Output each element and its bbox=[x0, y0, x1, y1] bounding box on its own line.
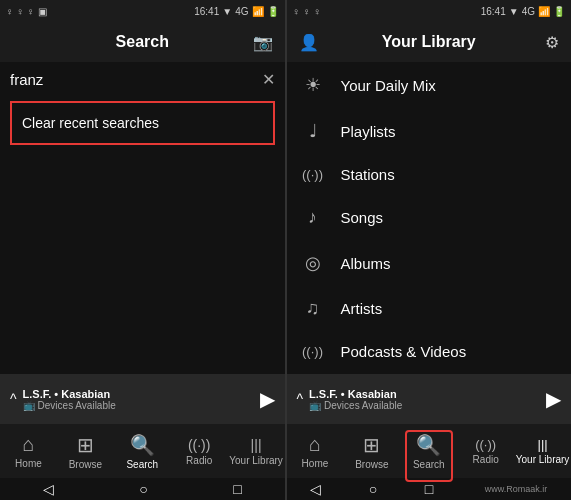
library-item-artists[interactable]: ♫ Artists bbox=[287, 286, 572, 331]
daily-mix-label: Your Daily Mix bbox=[341, 77, 436, 94]
left-status-left: ♀ ♀ ♀ ▣ bbox=[6, 6, 47, 17]
profile-icon[interactable]: 👤 bbox=[299, 33, 319, 52]
library-item-daily-mix[interactable]: ☀ Your Daily Mix bbox=[287, 62, 572, 108]
home-label: Home bbox=[15, 458, 42, 469]
nav-radio-left[interactable]: ((·)) Radio bbox=[171, 437, 228, 466]
radio-label: Radio bbox=[186, 455, 212, 466]
left-bottom-nav: ⌂ Home ⊞ Browse 🔍 Search ((·)) Radio |||… bbox=[0, 424, 285, 478]
right-player-left: ^ L.S.F. • Kasabian 📺 Devices Available bbox=[297, 388, 403, 411]
r-library-label: Your Library bbox=[516, 454, 570, 465]
library-header: 👤 Your Library ⚙ bbox=[287, 22, 572, 62]
settings-icon[interactable]: ⚙ bbox=[545, 33, 559, 52]
r-home-gesture-icon[interactable]: ○ bbox=[369, 481, 377, 497]
player-subtitle: 📺 Devices Available bbox=[23, 400, 116, 411]
search-empty-area bbox=[0, 149, 285, 374]
library-item-playlists[interactable]: ♩ Playlists bbox=[287, 108, 572, 154]
signal-icon-2: ♀ bbox=[17, 6, 25, 17]
r-play-button[interactable]: ▶ bbox=[546, 387, 561, 411]
home-gesture-icon[interactable]: ○ bbox=[139, 481, 147, 497]
browse-label: Browse bbox=[69, 459, 102, 470]
songs-label: Songs bbox=[341, 209, 384, 226]
r-signal-2: ♀ bbox=[303, 6, 311, 17]
r-home-label: Home bbox=[302, 458, 329, 469]
nav-library-right[interactable]: ||| Your Library bbox=[514, 437, 571, 465]
play-button[interactable]: ▶ bbox=[260, 387, 275, 411]
player-track-title: L.S.F. • Kasabian bbox=[23, 388, 116, 400]
stations-label: Stations bbox=[341, 166, 395, 183]
songs-icon: ♪ bbox=[301, 207, 325, 228]
r-search-nav-icon: 🔍 bbox=[416, 433, 441, 457]
right-screen: ♀ ♀ ♀ 16:41 ▼ 4G 📶 🔋 👤 Your Library ⚙ ☀ … bbox=[287, 0, 572, 500]
left-gesture-bar: ◁ ○ □ bbox=[0, 478, 285, 500]
r-browse-icon: ⊞ bbox=[363, 433, 380, 457]
r-player-info: L.S.F. • Kasabian 📺 Devices Available bbox=[309, 388, 402, 411]
library-icon: ||| bbox=[251, 437, 262, 453]
playlists-label: Playlists bbox=[341, 123, 396, 140]
library-item-stations[interactable]: ((·)) Stations bbox=[287, 154, 572, 195]
left-status-right: 16:41 ▼ 4G 📶 🔋 bbox=[194, 6, 278, 17]
albums-label: Albums bbox=[341, 255, 391, 272]
camera-status-icon: ▣ bbox=[38, 6, 47, 17]
r-radio-icon: ((·)) bbox=[475, 437, 496, 452]
r-browse-label: Browse bbox=[355, 459, 388, 470]
podcasts-icon: ((·)) bbox=[301, 344, 325, 359]
right-player-bar[interactable]: ^ L.S.F. • Kasabian 📺 Devices Available … bbox=[287, 374, 572, 424]
right-status-bar: ♀ ♀ ♀ 16:41 ▼ 4G 📶 🔋 bbox=[287, 0, 572, 22]
nav-radio-right[interactable]: ((·)) Radio bbox=[457, 437, 514, 465]
search-input-row[interactable]: franz ✕ bbox=[0, 62, 285, 97]
library-item-podcasts[interactable]: ((·)) Podcasts & Videos bbox=[287, 331, 572, 372]
battery-icon: 🔋 bbox=[267, 6, 279, 17]
library-item-songs[interactable]: ♪ Songs bbox=[287, 195, 572, 240]
artists-label: Artists bbox=[341, 300, 383, 317]
left-player-left: ^ L.S.F. • Kasabian 📺 Devices Available bbox=[10, 388, 116, 411]
nav-browse-left[interactable]: ⊞ Browse bbox=[57, 433, 114, 470]
recent-gesture-icon[interactable]: □ bbox=[233, 481, 241, 497]
r-player-subtitle: 📺 Devices Available bbox=[309, 400, 402, 411]
left-screen: ♀ ♀ ♀ ▣ 16:41 ▼ 4G 📶 🔋 Search 📷 franz ✕ … bbox=[0, 0, 286, 500]
search-nav-icon: 🔍 bbox=[130, 433, 155, 457]
browse-icon: ⊞ bbox=[77, 433, 94, 457]
search-input[interactable]: franz bbox=[10, 71, 254, 88]
player-info: L.S.F. • Kasabian 📺 Devices Available bbox=[23, 388, 116, 411]
r-radio-label: Radio bbox=[473, 454, 499, 465]
clear-recent-searches-button[interactable]: Clear recent searches bbox=[10, 101, 275, 145]
search-title: Search bbox=[116, 33, 169, 51]
nav-browse-right[interactable]: ⊞ Browse bbox=[343, 433, 400, 470]
search-header: Search 📷 bbox=[0, 22, 285, 62]
library-label: Your Library bbox=[229, 455, 283, 466]
nav-home-right[interactable]: ⌂ Home bbox=[287, 433, 344, 469]
nav-search-right[interactable]: 🔍 Search bbox=[400, 433, 457, 470]
nav-home-left[interactable]: ⌂ Home bbox=[0, 433, 57, 469]
podcasts-label: Podcasts & Videos bbox=[341, 343, 467, 360]
right-status-right: 16:41 ▼ 4G 📶 🔋 bbox=[481, 6, 565, 17]
r-network-icon: ▼ bbox=[509, 6, 519, 17]
r-recent-gesture-icon[interactable]: □ bbox=[425, 481, 433, 497]
clear-search-icon[interactable]: ✕ bbox=[262, 70, 275, 89]
r-back-gesture-icon[interactable]: ◁ bbox=[310, 481, 321, 497]
nav-library-left[interactable]: ||| Your Library bbox=[228, 437, 285, 466]
r-library-icon: ||| bbox=[538, 437, 548, 452]
r-chevron-up-icon[interactable]: ^ bbox=[297, 391, 304, 407]
lte-icon: 4G bbox=[235, 6, 248, 17]
devices-icon: 📺 bbox=[23, 400, 35, 411]
daily-mix-icon: ☀ bbox=[301, 74, 325, 96]
artists-icon: ♫ bbox=[301, 298, 325, 319]
left-time: 16:41 bbox=[194, 6, 219, 17]
chevron-up-icon[interactable]: ^ bbox=[10, 391, 17, 407]
r-lte-icon: 4G bbox=[522, 6, 535, 17]
network-icon: ▼ bbox=[222, 6, 232, 17]
right-status-left: ♀ ♀ ♀ bbox=[293, 6, 322, 17]
left-player-bar[interactable]: ^ L.S.F. • Kasabian 📺 Devices Available … bbox=[0, 374, 285, 424]
right-bottom-nav: ⌂ Home ⊞ Browse 🔍 Search ((·)) Radio |||… bbox=[287, 424, 572, 478]
nav-search-left[interactable]: 🔍 Search bbox=[114, 433, 171, 470]
watermark: www.Romaak.ir bbox=[481, 484, 548, 494]
playlists-icon: ♩ bbox=[301, 120, 325, 142]
back-gesture-icon[interactable]: ◁ bbox=[43, 481, 54, 497]
library-item-albums[interactable]: ◎ Albums bbox=[287, 240, 572, 286]
right-gesture-bar: ◁ ○ □ www.Romaak.ir bbox=[287, 478, 572, 500]
camera-icon[interactable]: 📷 bbox=[253, 33, 273, 52]
right-time: 16:41 bbox=[481, 6, 506, 17]
signal-icon-3: ♀ bbox=[27, 6, 35, 17]
library-list: ☀ Your Daily Mix ♩ Playlists ((·)) Stati… bbox=[287, 62, 572, 374]
r-signal-1: ♀ bbox=[293, 6, 301, 17]
